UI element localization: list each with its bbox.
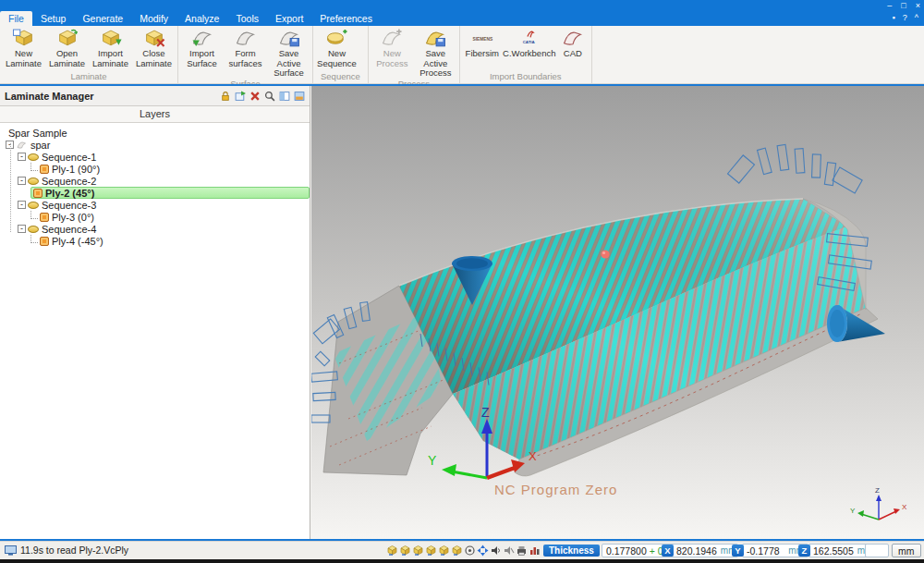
collapse-ribbon-icon[interactable]: ^ [915, 13, 918, 22]
ply-icon [33, 189, 43, 198]
menu-file[interactable]: File [0, 11, 32, 26]
menu-tools[interactable]: Tools [227, 11, 267, 26]
coordinate-y-group: Y -0.1778 mm [732, 544, 808, 557]
sequence-icon [28, 153, 39, 161]
fibersim-button[interactable]: SIEMENS Fibersim [462, 27, 503, 59]
new-sequence-button[interactable]: New Sequence [315, 27, 359, 68]
import-surface-button[interactable]: Import Surface [180, 27, 224, 68]
ply-view-icon-4[interactable] [425, 545, 437, 557]
mini-axis-y-label: Y [850, 507, 856, 515]
form-surfaces-button[interactable]: Form surfaces [224, 27, 267, 68]
tree-label: Ply-4 (-45°) [49, 236, 103, 247]
expander-icon[interactable]: - [18, 225, 26, 233]
close-laminate-label: Close Laminate [132, 49, 176, 68]
help-icon[interactable]: ? [903, 13, 907, 22]
tree-item-spar-sample[interactable]: Spar Sample [0, 127, 310, 139]
close-button[interactable]: × [916, 1, 920, 10]
tree-item-spar[interactable]: - spar [0, 139, 310, 151]
tree-label: Ply-2 (45°) [43, 188, 94, 199]
cad-label: CAD [564, 49, 582, 59]
form-surfaces-label: Form surfaces [224, 49, 267, 68]
menu-modify[interactable]: Modify [131, 11, 176, 26]
mini-axis-z-label: Z [875, 486, 880, 495]
surface-icon [16, 141, 28, 150]
ply-view-icon-1[interactable] [386, 545, 398, 557]
new-process-label: New Process [371, 49, 414, 68]
tree-item-ply-4[interactable]: Ply-4 (-45°) [0, 235, 310, 247]
expander-icon[interactable]: - [18, 177, 26, 185]
report-icon[interactable] [529, 545, 541, 557]
thickness-label-badge: Thickness [543, 545, 600, 557]
import-surface-label: Import Surface [180, 49, 224, 68]
lock-icon[interactable] [220, 91, 231, 102]
import-laminate-button[interactable]: Import Laminate [89, 27, 132, 68]
coordinate-x-group: X 820.1946 mm [662, 544, 738, 557]
fibersim-label: Fibersim [466, 49, 499, 59]
sound-off-icon[interactable] [503, 545, 515, 557]
coordinate-z-group: Z 162.5505 mm [798, 544, 875, 557]
visibility-icon[interactable] [464, 545, 476, 557]
y-axis-badge: Y [732, 545, 744, 557]
print-icon[interactable] [516, 545, 528, 557]
tree-item-sequence-1[interactable]: - Sequence-1 [0, 151, 310, 163]
new-laminate-button[interactable]: New Laminate [2, 27, 45, 68]
thickness-value: 0.177800 [606, 545, 647, 557]
sound-on-icon[interactable] [490, 545, 502, 557]
save-active-surface-label: Save Active Surface [267, 49, 310, 79]
menu-setup[interactable]: Setup [32, 11, 74, 26]
tree-label: Sequence-2 [39, 176, 96, 187]
new-sequence-icon [325, 29, 349, 48]
tree-item-sequence-2[interactable]: - Sequence-2 [0, 175, 310, 187]
menu-analyze[interactable]: Analyze [176, 11, 227, 26]
split-view-icon[interactable] [279, 91, 290, 102]
open-laminate-button[interactable]: Open Laminate [45, 27, 89, 68]
minimize-button[interactable]: – [887, 1, 892, 10]
save-active-process-button[interactable]: Save Active Process [414, 27, 457, 79]
menu-preferences[interactable]: Preferences [311, 11, 381, 26]
unit-input-field[interactable] [865, 544, 889, 557]
tree-label: Sequence-3 [39, 200, 96, 211]
ribbon-toolbar: New Laminate Open Laminate Import Lamina… [0, 26, 924, 84]
unit-selector-button[interactable]: mm [892, 544, 921, 557]
expander-icon[interactable]: - [18, 201, 26, 209]
axis-z-label: Z [481, 405, 490, 420]
viewport-3d[interactable]: Z Y X NC Program Zero Z Y X [311, 86, 924, 539]
menu-export[interactable]: Export [267, 11, 311, 26]
close-panel-icon[interactable] [249, 91, 261, 102]
refresh-view-icon[interactable] [235, 91, 246, 102]
snapshot-panel-icon[interactable] [294, 91, 305, 102]
ply-view-icon-2[interactable] [399, 545, 411, 557]
nc-program-zero-label: NC Program Zero [494, 482, 617, 497]
siemens-logo-icon: SIEMENS [470, 29, 494, 48]
ribbon-group-import-boundaries: SIEMENS Fibersim CATIA C.Workbench CAD I… [460, 26, 592, 83]
search-icon[interactable] [264, 91, 275, 102]
ply-view-icon-5[interactable] [438, 545, 450, 557]
pin-ribbon-icon[interactable]: ▪ [893, 13, 895, 22]
fit-view-icon[interactable] [477, 545, 489, 557]
menu-generate[interactable]: Generate [74, 11, 131, 26]
z-axis-badge: Z [798, 545, 810, 557]
tree-label: Spar Sample [6, 128, 67, 139]
ply-view-icon-3[interactable] [412, 545, 424, 557]
new-laminate-label: New Laminate [2, 49, 45, 68]
layers-column-header[interactable]: Layers [0, 106, 310, 123]
selected-row-highlight: Ply-2 (45°) [30, 187, 310, 199]
tree-item-sequence-4[interactable]: - Sequence-4 [0, 223, 310, 235]
new-process-button[interactable]: New Process [371, 27, 414, 68]
tree-item-sequence-3[interactable]: - Sequence-3 [0, 199, 310, 211]
new-process-icon [380, 29, 404, 48]
close-laminate-button[interactable]: Close Laminate [132, 27, 176, 68]
expander-icon[interactable]: - [18, 153, 26, 161]
maximize-button[interactable]: □ [901, 1, 906, 10]
ply-view-icon-6[interactable] [451, 545, 463, 557]
cworkbench-button[interactable]: CATIA C.Workbench [503, 27, 556, 59]
open-laminate-label: Open Laminate [45, 49, 89, 68]
tree-item-ply-3[interactable]: Ply-3 (0°) [0, 211, 310, 223]
tree-item-ply-1[interactable]: Ply-1 (90°) [0, 163, 310, 175]
tree-item-ply-2-selected[interactable]: Ply-2 (45°) [0, 187, 310, 199]
axis-y-label: Y [428, 453, 437, 468]
save-active-surface-button[interactable]: Save Active Surface [267, 27, 310, 79]
start-point-marker [601, 250, 609, 258]
cad-button[interactable]: CAD [556, 27, 590, 59]
x-coordinate-field[interactable]: 820.1946 mm [672, 544, 738, 557]
